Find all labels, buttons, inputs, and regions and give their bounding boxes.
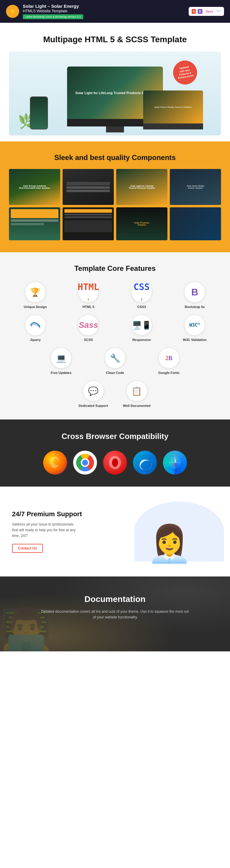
google-fonts-label: Google Fonts <box>158 371 180 374</box>
feature-clean-code: 🔧 Clean Code <box>90 347 140 374</box>
desktop-screen-text: Solar Light for LifeLong Trusted Product… <box>75 91 155 95</box>
features-row-3: 💻 Free Updates 🔧 Clean Code 2B Google Fo… <box>36 347 194 374</box>
support-section: 24/7 Premium Support Address all your Is… <box>0 487 230 577</box>
html5-badge: 5 <box>192 9 196 14</box>
hero-mockup: 🌿 Solar Light for LifeLong Trusted Produ… <box>9 52 221 135</box>
docs-description: Detailed documentation covers all ins an… <box>40 609 190 620</box>
responsive-icon: 🖥️📱 <box>131 315 152 336</box>
unique-design-label: Unique Design <box>24 305 47 309</box>
feature-html5: HTML5 HTML 5 <box>64 282 114 309</box>
mockup-phone <box>30 96 48 129</box>
feature-responsive: 🖥️📱 Responsive <box>117 315 167 342</box>
features-row-4: 💬 Dedicated Support 📋 Well Documented <box>73 380 157 407</box>
jquery-label: Jquery <box>30 338 41 342</box>
feature-bootstrap: B Bootstrap 5x <box>170 282 220 309</box>
hero-title: Multipage HTML 5 & SCSS Template <box>6 35 224 44</box>
google-fonts-icon: 2B <box>158 347 179 369</box>
docs-section: 👨‍💻 Documentation Detailed documentation… <box>0 577 230 651</box>
feature-unique-design: 🏆 Unique Design <box>10 282 61 309</box>
comp-card-5 <box>9 207 60 240</box>
header-badge: Latest Bootstrap Icons & Bootstrap versi… <box>23 14 83 19</box>
feature-w3c: W3C™ W3C Validation <box>170 315 220 342</box>
bootstrap-label: Bootstrap 5x <box>185 305 205 309</box>
jquery-icon <box>25 315 46 336</box>
comp-card-7: Solar ProductsSolution <box>116 207 167 240</box>
css3-icon: CSS3 <box>131 282 152 303</box>
features-row-1: 🏆 Unique Design HTML5 HTML 5 CSS3 CSS3 B… <box>10 282 220 309</box>
dedicated-support-label: Dedicated Support <box>79 404 108 407</box>
scss-label: SCSS <box>84 338 93 342</box>
hero-section: Multipage HTML 5 & SCSS Template 🌿 Solar… <box>0 23 230 142</box>
scss-icon: Sass <box>78 315 99 336</box>
comp-card-8 <box>170 207 221 240</box>
support-title: 24/7 Premium Support <box>12 510 109 518</box>
responsive-label: Responsive <box>132 338 151 342</box>
browser-firefox <box>43 451 67 474</box>
docs-title: Documentation <box>12 594 218 604</box>
sass-badge: Sass <box>204 9 215 14</box>
components-title: Sleek and best quality Components <box>6 153 224 162</box>
update-badge: Updated with new Features & Enhancement <box>171 59 199 87</box>
feature-jquery: Jquery <box>10 315 61 342</box>
updates-icon: 💻 <box>51 347 72 369</box>
features-section: Template Core Features 🏆 Unique Design H… <box>0 252 230 420</box>
contact-us-button[interactable]: Contact Us <box>12 544 43 553</box>
html5-label: HTML 5 <box>83 305 94 309</box>
comp-card-6 <box>63 207 114 240</box>
bootstrap-badge: B <box>198 9 202 14</box>
docs-content: Documentation Detailed documentation cov… <box>12 594 218 620</box>
feature-google-fonts: 2B Google Fonts <box>143 347 194 374</box>
header-title-block: Solar Light – Solar Energy HTML5 Website… <box>23 4 83 19</box>
features-title: Template Core Features <box>6 264 224 273</box>
w3c-label: W3C Validation <box>183 338 207 342</box>
tech-icons: 5 B Sass 〰 <box>189 7 224 16</box>
header: ☀️ Solar Light – Solar Energy HTML5 Webs… <box>0 0 230 23</box>
clean-code-icon: 🔧 <box>104 347 126 369</box>
features-row-2: Jquery Sass SCSS 🖥️📱 Responsive W3C™ W3C… <box>10 315 220 342</box>
css3-label: CSS3 <box>137 305 146 309</box>
wave-icon: 〰 <box>216 9 221 14</box>
header-left: ☀️ Solar Light – Solar Energy HTML5 Webs… <box>6 4 83 19</box>
feature-dedicated-support: 💬 Dedicated Support <box>73 380 113 407</box>
comp-card-2 <box>63 169 114 205</box>
w3c-icon: W3C™ <box>184 315 205 336</box>
well-documented-label: Well Documented <box>123 404 150 407</box>
support-person: 👩‍💼 <box>147 526 192 561</box>
comp-card-4: Near Home ReadySource Solution <box>170 169 221 205</box>
browser-edge <box>133 451 157 474</box>
well-documented-icon: 📋 <box>126 380 147 402</box>
unique-design-icon: 🏆 <box>25 282 46 303</box>
browser-icons-row <box>6 451 224 474</box>
browser-title: Cross Browser Compatibility <box>6 431 224 442</box>
feature-well-documented: 📋 Well Documented <box>117 380 157 407</box>
clean-code-label: Clean Code <box>106 371 124 374</box>
comp-card-3: Solar Light for LifelongTrusted Products… <box>116 169 167 205</box>
mockup-stand <box>106 126 124 132</box>
header-title-line2: HTML5 Website Template <box>23 9 83 13</box>
updates-label: Free Updates <box>51 371 72 374</box>
laptop-screen-text: Near Home Ready Source Solution <box>155 106 192 108</box>
logo: ☀️ <box>6 5 19 18</box>
feature-updates: 💻 Free Updates <box>36 347 87 374</box>
browser-safari <box>163 451 187 474</box>
feature-css3: CSS3 CSS3 <box>117 282 167 309</box>
browser-chrome <box>73 451 97 474</box>
support-image: 👩‍💼 <box>121 502 218 561</box>
bootstrap-icon: B <box>184 282 205 303</box>
components-grid: Solar Energy SolutionsBest Renewable Sol… <box>6 169 224 240</box>
dedicated-support-icon: 💬 <box>83 380 104 402</box>
feature-scss: Sass SCSS <box>64 315 114 342</box>
browser-section: Cross Browser Compatibility <box>0 420 230 487</box>
comp-card-1: Solar Energy SolutionsBest Renewable Sol… <box>9 169 60 205</box>
header-title-line1: Solar Light – Solar Energy <box>23 4 83 9</box>
logo-icon: ☀️ <box>9 7 17 15</box>
components-section: Sleek and best quality Components Solar … <box>0 142 230 252</box>
mockup-laptop: Near Home Ready Source Solution <box>143 91 203 129</box>
html5-icon: HTML5 <box>78 282 99 303</box>
svg-point-3 <box>82 460 88 466</box>
svg-point-5 <box>112 458 118 467</box>
browser-opera <box>103 451 127 474</box>
support-description: Address all your Issue to professionals … <box>12 522 78 539</box>
support-content: 24/7 Premium Support Address all your Is… <box>12 510 109 553</box>
